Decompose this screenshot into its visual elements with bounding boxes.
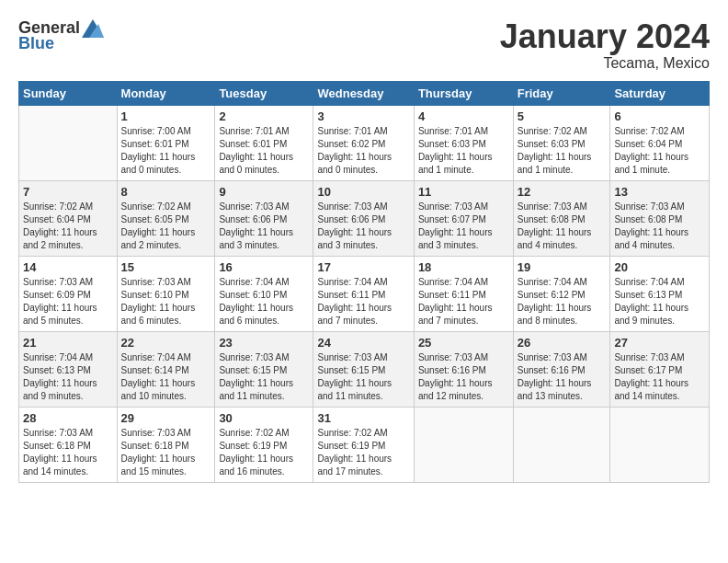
calendar-week-row: 1Sunrise: 7:00 AM Sunset: 6:01 PM Daylig…	[19, 105, 710, 180]
logo-icon	[82, 19, 104, 38]
day-number: 28	[23, 411, 113, 425]
day-number: 4	[418, 109, 509, 123]
day-number: 5	[518, 109, 607, 123]
day-number: 25	[418, 336, 509, 350]
location-title: Tecama, Mexico	[500, 55, 710, 72]
weekday-header-saturday: Saturday	[610, 81, 710, 105]
day-number: 3	[317, 109, 409, 123]
day-info: Sunrise: 7:04 AM Sunset: 6:13 PM Dayligh…	[23, 351, 113, 403]
day-info: Sunrise: 7:02 AM Sunset: 6:03 PM Dayligh…	[518, 125, 607, 177]
calendar-cell: 27Sunrise: 7:03 AM Sunset: 6:17 PM Dayli…	[610, 331, 710, 407]
calendar-cell: 3Sunrise: 7:01 AM Sunset: 6:02 PM Daylig…	[313, 105, 414, 180]
day-info: Sunrise: 7:04 AM Sunset: 6:14 PM Dayligh…	[121, 351, 211, 403]
calendar-cell: 12Sunrise: 7:03 AM Sunset: 6:08 PM Dayli…	[513, 180, 610, 256]
calendar-cell: 9Sunrise: 7:03 AM Sunset: 6:06 PM Daylig…	[215, 180, 313, 256]
day-info: Sunrise: 7:04 AM Sunset: 6:11 PM Dayligh…	[418, 276, 509, 327]
day-number: 18	[418, 260, 509, 274]
calendar-cell: 13Sunrise: 7:03 AM Sunset: 6:08 PM Dayli…	[610, 180, 710, 256]
day-info: Sunrise: 7:03 AM Sunset: 6:06 PM Dayligh…	[219, 201, 309, 252]
logo-blue: Blue	[18, 34, 54, 53]
day-number: 24	[317, 336, 409, 350]
day-info: Sunrise: 7:02 AM Sunset: 6:19 PM Dayligh…	[219, 427, 309, 478]
day-number: 7	[23, 185, 113, 199]
calendar-cell	[414, 407, 513, 482]
day-number: 26	[518, 336, 607, 350]
day-number: 17	[317, 260, 409, 274]
calendar-week-row: 7Sunrise: 7:02 AM Sunset: 6:04 PM Daylig…	[19, 180, 710, 256]
day-info: Sunrise: 7:03 AM Sunset: 6:06 PM Dayligh…	[317, 201, 409, 252]
day-number: 23	[219, 336, 309, 350]
day-number: 6	[614, 109, 705, 123]
page: General Blue January 2024 Tecama, Mexico…	[0, 0, 728, 492]
weekday-header-row: SundayMondayTuesdayWednesdayThursdayFrid…	[19, 81, 710, 105]
day-number: 12	[518, 185, 607, 199]
weekday-header-thursday: Thursday	[414, 81, 513, 105]
day-info: Sunrise: 7:03 AM Sunset: 6:08 PM Dayligh…	[518, 201, 607, 252]
logo: General Blue	[18, 18, 104, 53]
calendar-cell: 11Sunrise: 7:03 AM Sunset: 6:07 PM Dayli…	[414, 180, 513, 256]
day-number: 8	[121, 185, 211, 199]
day-info: Sunrise: 7:03 AM Sunset: 6:17 PM Dayligh…	[614, 351, 705, 403]
day-number: 31	[317, 411, 409, 425]
calendar-cell: 28Sunrise: 7:03 AM Sunset: 6:18 PM Dayli…	[19, 407, 118, 482]
calendar-cell: 31Sunrise: 7:02 AM Sunset: 6:19 PM Dayli…	[313, 407, 414, 482]
day-info: Sunrise: 7:03 AM Sunset: 6:10 PM Dayligh…	[121, 276, 211, 327]
day-number: 19	[518, 260, 607, 274]
day-number: 11	[418, 185, 509, 199]
day-number: 1	[121, 109, 211, 123]
day-info: Sunrise: 7:03 AM Sunset: 6:16 PM Dayligh…	[518, 351, 607, 403]
calendar-cell: 20Sunrise: 7:04 AM Sunset: 6:13 PM Dayli…	[610, 256, 710, 331]
day-number: 14	[23, 260, 113, 274]
day-info: Sunrise: 7:03 AM Sunset: 6:07 PM Dayligh…	[418, 201, 509, 252]
header: General Blue January 2024 Tecama, Mexico	[18, 18, 710, 72]
calendar-cell: 16Sunrise: 7:04 AM Sunset: 6:10 PM Dayli…	[215, 256, 313, 331]
calendar-cell: 15Sunrise: 7:03 AM Sunset: 6:10 PM Dayli…	[117, 256, 215, 331]
day-info: Sunrise: 7:03 AM Sunset: 6:15 PM Dayligh…	[317, 351, 409, 403]
day-info: Sunrise: 7:03 AM Sunset: 6:09 PM Dayligh…	[23, 276, 113, 327]
day-number: 13	[614, 185, 705, 199]
calendar-cell: 14Sunrise: 7:03 AM Sunset: 6:09 PM Dayli…	[19, 256, 118, 331]
calendar-cell: 4Sunrise: 7:01 AM Sunset: 6:03 PM Daylig…	[414, 105, 513, 180]
weekday-header-friday: Friday	[513, 81, 610, 105]
calendar-cell: 25Sunrise: 7:03 AM Sunset: 6:16 PM Dayli…	[414, 331, 513, 407]
month-title: January 2024	[500, 18, 710, 55]
day-info: Sunrise: 7:01 AM Sunset: 6:03 PM Dayligh…	[418, 125, 509, 177]
day-info: Sunrise: 7:03 AM Sunset: 6:16 PM Dayligh…	[418, 351, 509, 403]
day-info: Sunrise: 7:03 AM Sunset: 6:18 PM Dayligh…	[121, 427, 211, 478]
calendar-cell: 26Sunrise: 7:03 AM Sunset: 6:16 PM Dayli…	[513, 331, 610, 407]
calendar-cell: 19Sunrise: 7:04 AM Sunset: 6:12 PM Dayli…	[513, 256, 610, 331]
calendar-cell: 1Sunrise: 7:00 AM Sunset: 6:01 PM Daylig…	[117, 105, 215, 180]
calendar-cell: 2Sunrise: 7:01 AM Sunset: 6:01 PM Daylig…	[215, 105, 313, 180]
day-number: 9	[219, 185, 309, 199]
day-number: 21	[23, 336, 113, 350]
day-number: 2	[219, 109, 309, 123]
day-info: Sunrise: 7:03 AM Sunset: 6:08 PM Dayligh…	[614, 201, 705, 252]
calendar-cell: 10Sunrise: 7:03 AM Sunset: 6:06 PM Dayli…	[313, 180, 414, 256]
weekday-header-sunday: Sunday	[19, 81, 118, 105]
calendar-cell: 23Sunrise: 7:03 AM Sunset: 6:15 PM Dayli…	[215, 331, 313, 407]
calendar-cell: 6Sunrise: 7:02 AM Sunset: 6:04 PM Daylig…	[610, 105, 710, 180]
calendar-cell: 21Sunrise: 7:04 AM Sunset: 6:13 PM Dayli…	[19, 331, 118, 407]
day-number: 15	[121, 260, 211, 274]
day-number: 10	[317, 185, 409, 199]
day-number: 22	[121, 336, 211, 350]
calendar-cell: 22Sunrise: 7:04 AM Sunset: 6:14 PM Dayli…	[117, 331, 215, 407]
calendar-cell	[610, 407, 710, 482]
title-area: January 2024 Tecama, Mexico	[500, 18, 710, 72]
calendar-cell: 29Sunrise: 7:03 AM Sunset: 6:18 PM Dayli…	[117, 407, 215, 482]
day-info: Sunrise: 7:00 AM Sunset: 6:01 PM Dayligh…	[121, 125, 211, 177]
calendar-table: SundayMondayTuesdayWednesdayThursdayFrid…	[18, 81, 710, 483]
day-number: 30	[219, 411, 309, 425]
day-number: 20	[614, 260, 705, 274]
day-info: Sunrise: 7:01 AM Sunset: 6:02 PM Dayligh…	[317, 125, 409, 177]
day-info: Sunrise: 7:02 AM Sunset: 6:04 PM Dayligh…	[23, 201, 113, 252]
weekday-header-tuesday: Tuesday	[215, 81, 313, 105]
day-info: Sunrise: 7:03 AM Sunset: 6:18 PM Dayligh…	[23, 427, 113, 478]
calendar-cell: 17Sunrise: 7:04 AM Sunset: 6:11 PM Dayli…	[313, 256, 414, 331]
calendar-cell	[19, 105, 118, 180]
calendar-week-row: 14Sunrise: 7:03 AM Sunset: 6:09 PM Dayli…	[19, 256, 710, 331]
day-info: Sunrise: 7:04 AM Sunset: 6:13 PM Dayligh…	[614, 276, 705, 327]
calendar-cell: 18Sunrise: 7:04 AM Sunset: 6:11 PM Dayli…	[414, 256, 513, 331]
day-number: 27	[614, 336, 705, 350]
day-info: Sunrise: 7:02 AM Sunset: 6:19 PM Dayligh…	[317, 427, 409, 478]
